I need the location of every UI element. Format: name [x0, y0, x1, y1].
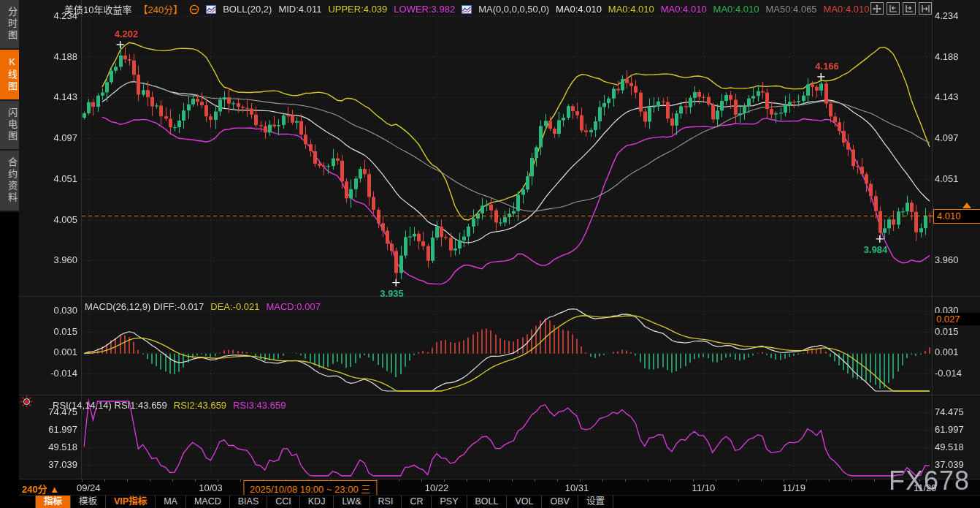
- rsi-panel: RSI(14,14,14) RSI1:43.659RSI2:43.659RSI3…: [19, 395, 980, 479]
- axis-tick-label: 4.097: [19, 132, 77, 144]
- mini-chart-icon: [206, 5, 216, 14]
- macd-panel: MACD(26,12,9) DIFF:-0.017DEA:-0.021MACD:…: [19, 296, 980, 395]
- axis-tick-label: 0.001: [19, 346, 77, 358]
- toolbar-item-BIAS[interactable]: BIAS: [230, 496, 268, 508]
- toolbar-item-指标[interactable]: 指标: [35, 496, 71, 508]
- axis-tick-label: 0.015: [19, 326, 77, 338]
- axis-tick-label: 0.015: [935, 326, 979, 338]
- toolbar-item-模板[interactable]: 模板: [71, 496, 106, 508]
- last-price-arrow-marker: [962, 202, 971, 208]
- toolbar-item-设置[interactable]: 设置: [578, 496, 613, 508]
- time-axis-ticks: [82, 479, 932, 482]
- time-axis-date: 10/22: [425, 482, 449, 493]
- indicator-value-label: RSI3:43.659: [233, 400, 286, 411]
- axis-tick-label: 4.234: [935, 10, 979, 22]
- indicator-toolbar: 指标模板VIP指标MAMACDBIASCCIKDJLW&RSICRPSYBOLL…: [19, 495, 980, 508]
- shift-left-icon[interactable]: [887, 2, 900, 15]
- sidebar-tab-合约资料[interactable]: 合约资料: [0, 151, 19, 212]
- chart-type-sidebar: 分时图K线图闪电图合约资料: [0, 0, 19, 508]
- axis-tick-label: 0.001: [935, 346, 979, 358]
- rsi-indicator-header: RSI(14,14,14) RSI1:43.659RSI2:43.659RSI3…: [53, 400, 286, 411]
- indicator-value-label: MID:4.011: [278, 4, 321, 15]
- axis-tick-label: 4.188: [935, 51, 979, 63]
- indicator-value-label: MACD(26,12,9) DIFF:-0.017: [85, 301, 204, 312]
- axis-tick-label: 3.960: [19, 254, 77, 266]
- extreme-price-label: 3.984: [864, 244, 888, 255]
- axis-tick-label: 0.030: [19, 305, 77, 316]
- indicator-value-label: BOLL(20,2): [223, 4, 272, 15]
- time-axis-date: 10/31: [565, 482, 589, 493]
- time-axis-date: 10/03: [199, 482, 223, 493]
- macd-indicator-header: MACD(26,12,9) DIFF:-0.017DEA:-0.021MACD:…: [85, 301, 321, 312]
- indicator-value-label: DEA:-0.021: [210, 301, 259, 312]
- axis-tick-label: 4.097: [935, 132, 979, 144]
- toolbar-item-CR[interactable]: CR: [402, 496, 432, 508]
- price-chart-panel: 美债10年收益率【240分】BOLL(20,2)MID:4.011UPPER:4…: [19, 0, 980, 296]
- time-axis: 240分 ▲ 09/2410/0310/2210/3111/1011/1911/…: [19, 479, 980, 495]
- toolbar-item-LW&[interactable]: LW&: [334, 496, 370, 508]
- price-chart-canvas[interactable]: [19, 0, 980, 296]
- axis-tick-label: 4.051: [19, 173, 77, 185]
- toolbar-item-BOLL[interactable]: BOLL: [467, 496, 508, 508]
- indicator-value-label: MA0:4.010: [661, 4, 707, 15]
- interval-label[interactable]: 240分 ▲: [22, 482, 59, 496]
- minus-circle-icon[interactable]: [189, 4, 199, 15]
- indicator-value-label: MA0:4.010: [713, 4, 759, 15]
- live-alert-icon: [20, 395, 33, 411]
- pan-tool-icon[interactable]: [870, 2, 884, 15]
- indicator-value-label: LOWER:3.982: [394, 4, 455, 15]
- time-axis-date: 11/19: [782, 482, 805, 493]
- indicator-value-label: MA0:4.010: [824, 4, 870, 15]
- axis-tick-label: -0.014: [935, 368, 979, 379]
- indicator-value-label: RSI(14,14,14) RSI1:43.659: [53, 400, 167, 411]
- indicator-value-label: 美债10年收益率: [64, 2, 131, 16]
- go-latest-icon[interactable]: [919, 2, 932, 15]
- indicator-value-label: MA50:4.065: [765, 4, 816, 15]
- time-axis-date: 11/10: [692, 482, 716, 493]
- indicator-value-label: MACD:0.007: [266, 301, 320, 312]
- axis-tick-label: 4.143: [19, 91, 77, 103]
- axis-tick-label: 74.475: [935, 406, 979, 418]
- toolbar-item-PSY[interactable]: PSY: [432, 496, 467, 508]
- toolbar-item-CCI[interactable]: CCI: [267, 496, 300, 508]
- indicator-value-label: 【240分】: [138, 2, 183, 16]
- indicator-value-label: MA0:4.010: [608, 4, 654, 15]
- mini-chart-icon: [462, 5, 472, 14]
- axis-tick-label: 49.518: [935, 441, 979, 453]
- toolbar-item-RSI[interactable]: RSI: [370, 496, 402, 508]
- toolbar-item-MACD[interactable]: MACD: [186, 496, 230, 508]
- chart-window-icons: [870, 2, 932, 15]
- chart-main-area: 美债10年收益率【240分】BOLL(20,2)MID:4.011UPPER:4…: [19, 0, 980, 508]
- indicator-value-label: MA0:4.010: [556, 4, 602, 15]
- axis-tick-label: 4.188: [19, 51, 77, 63]
- extreme-price-label: 4.166: [815, 61, 839, 72]
- axis-tick-label: 49.518: [19, 441, 77, 453]
- sidebar-tab-K线图[interactable]: K线图: [0, 50, 19, 101]
- axis-tick-label: 37.039: [19, 459, 77, 471]
- extreme-price-label: 3.935: [380, 288, 404, 299]
- axis-tick-label: 4.005: [19, 214, 77, 226]
- axis-tick-label: 4.051: [935, 173, 979, 185]
- indicator-value-label: RSI2:43.659: [174, 400, 226, 411]
- toolbar-item-VOL[interactable]: VOL: [507, 496, 542, 508]
- trading-app-window: 分时图K线图闪电图合约资料 美债10年收益率【240分】BOLL(20,2)MI…: [0, 0, 980, 508]
- macd-value-badge: 0.027: [935, 313, 980, 325]
- axis-tick-label: 61.997: [19, 424, 77, 436]
- extreme-price-label: 4.202: [115, 29, 139, 39]
- toolbar-item-VIP指标[interactable]: VIP指标: [106, 496, 156, 508]
- axis-tick-label: -0.014: [19, 368, 77, 379]
- toolbar-item-MA[interactable]: MA: [156, 496, 186, 508]
- axis-tick-label: 3.960: [935, 254, 979, 266]
- sidebar-tab-分时图[interactable]: 分时图: [0, 0, 19, 50]
- shift-right-icon[interactable]: [903, 2, 916, 15]
- toolbar-item-KDJ[interactable]: KDJ: [300, 496, 334, 508]
- sidebar-tabs: 分时图K线图闪电图合约资料: [0, 0, 19, 212]
- toolbar-item-OBV[interactable]: OBV: [542, 496, 578, 508]
- indicator-value-label: UPPER:4.039: [328, 4, 387, 15]
- time-axis-date: 09/24: [77, 482, 101, 493]
- axis-tick-label: 61.997: [935, 424, 979, 436]
- indicator-value-label: MA(0,0,0,0,50,0): [478, 4, 549, 15]
- sidebar-tab-闪电图[interactable]: 闪电图: [0, 101, 19, 151]
- price-indicator-header: 美债10年收益率【240分】BOLL(20,2)MID:4.011UPPER:4…: [64, 2, 869, 16]
- last-price-badge: 4.010: [933, 209, 980, 224]
